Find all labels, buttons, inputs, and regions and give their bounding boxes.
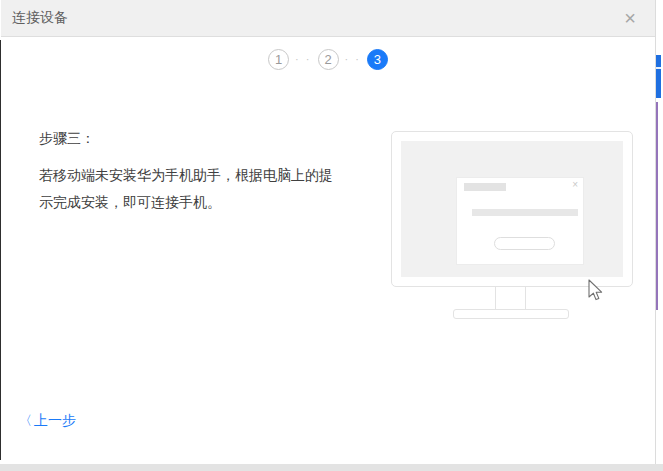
mock-title-placeholder	[464, 183, 506, 191]
background-bottom-strip	[0, 464, 663, 471]
connect-device-dialog: 连接设备 × 1 · · 2 · · 3 步骤三： 若移动端未安装华为手机助手，…	[1, 0, 656, 464]
back-button[interactable]: 〈 上一步	[19, 412, 76, 430]
step-heading: 步骤三：	[39, 130, 95, 148]
mock-close-icon: ×	[572, 179, 578, 190]
dialog-titlebar: 连接设备	[1, 0, 655, 37]
chevron-left-icon: 〈	[19, 412, 32, 430]
background-blue-fragment	[656, 55, 661, 98]
step-separator-dots: · ·	[295, 49, 311, 70]
step-2-indicator: 2	[318, 49, 339, 70]
step-instructions: 若移动端未安装华为手机助手，根据电脑上的提示完成安装，即可连接手机。	[39, 162, 343, 216]
mock-text-placeholder	[472, 209, 578, 216]
monitor-stand-base	[453, 309, 569, 319]
monitor-screen: ×	[401, 141, 623, 277]
monitor-illustration: ×	[391, 131, 633, 287]
cursor-arrow-icon	[587, 279, 604, 303]
mock-installer-dialog: ×	[456, 177, 584, 265]
step-3-indicator-active: 3	[367, 49, 388, 70]
dialog-title: 连接设备	[12, 9, 68, 27]
step-indicator: 1 · · 2 · · 3	[1, 49, 655, 70]
back-button-label: 上一步	[34, 412, 76, 430]
close-button[interactable]: ×	[609, 0, 651, 37]
close-icon: ×	[624, 7, 636, 30]
mock-install-button	[494, 237, 555, 250]
step-1-indicator: 1	[268, 49, 289, 70]
monitor-stand-neck	[495, 287, 526, 310]
step-separator-dots: · ·	[345, 49, 361, 70]
